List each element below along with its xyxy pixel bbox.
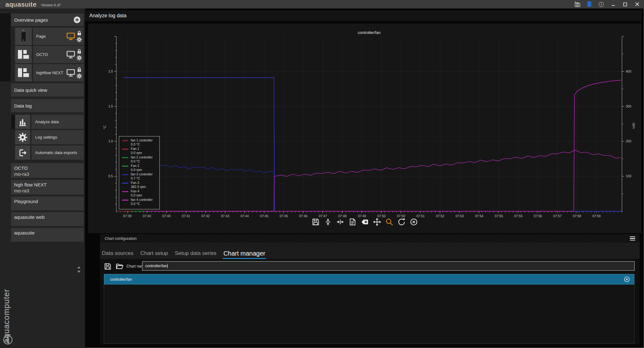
load-chart-config-button[interactable] <box>115 262 124 271</box>
app-logo: aquasuite <box>5 1 37 8</box>
clear-zoom-button[interactable] <box>361 218 369 226</box>
log-chart[interactable]: 0.51.01.52.0°C100200300400rpm07:3907:400… <box>88 24 641 233</box>
svg-text:07:43: 07:43 <box>221 214 229 218</box>
svg-text:07:49: 07:49 <box>358 214 366 218</box>
tab-data-sources[interactable]: Data sources <box>102 250 133 259</box>
monitor-icon[interactable] <box>66 69 75 77</box>
pan-button[interactable] <box>373 218 381 226</box>
device-title: OCTO <box>14 165 84 171</box>
main-header: Analyze log data <box>85 10 641 21</box>
info-button[interactable] <box>597 1 605 8</box>
lock-icon[interactable] <box>76 48 82 54</box>
svg-text:07:44: 07:44 <box>241 214 249 218</box>
sidebar-highflow-page-item[interactable]: highflow NEXT <box>15 64 84 81</box>
screenshot-button[interactable] <box>574 1 581 8</box>
device-subtitle: mo-ra3 <box>14 188 84 194</box>
fit-horizontal-button[interactable] <box>336 218 344 226</box>
chart-name-input[interactable]: controller/fan <box>142 261 635 271</box>
gear-icon[interactable] <box>76 36 82 43</box>
sidebar-page-item[interactable]: Page <box>15 28 84 45</box>
tab-chart-setup[interactable]: Chart setup <box>140 250 168 259</box>
tab-chart-manager[interactable]: Chart manager <box>223 250 265 259</box>
lock-icon[interactable] <box>76 67 82 73</box>
svg-text:2.0: 2.0 <box>108 69 113 73</box>
close-button[interactable] <box>633 1 641 8</box>
save-icon <box>104 262 112 270</box>
svg-text:07:55: 07:55 <box>495 214 503 218</box>
log-settings-label: Log settings <box>35 135 57 140</box>
legend-name: fan 3 controller <box>131 172 153 176</box>
save-chart-config-button[interactable] <box>103 262 112 271</box>
svg-text:07:59: 07:59 <box>592 214 601 218</box>
sidebar-item-octo[interactable]: OCTOmo-ra3 <box>11 163 84 178</box>
svg-text:300: 300 <box>626 104 631 108</box>
chart-row-label: controller/fan <box>110 277 132 282</box>
sidebar-texture <box>0 14 11 81</box>
fit-vertical-button[interactable] <box>324 218 332 226</box>
gear-icon[interactable] <box>76 73 82 79</box>
svg-text:07:51: 07:51 <box>416 214 425 218</box>
sidebar-item-data-quick-view[interactable]: Data quick view <box>11 83 84 97</box>
folder-open-icon <box>115 262 124 270</box>
close-circle-icon <box>410 218 418 226</box>
maximize-button[interactable] <box>621 1 629 8</box>
monitor-icon[interactable] <box>66 51 75 59</box>
lock-icon[interactable] <box>76 30 82 36</box>
clear-icon <box>361 218 369 226</box>
save-chart-button[interactable] <box>312 218 320 226</box>
legend-item: fan 1 controller0.0 °C <box>119 138 159 146</box>
chart-manager-panel: Chart name controller/fan controller/fan <box>100 259 640 345</box>
sidebar-item-aquasuite[interactable]: aquasuite <box>11 228 84 242</box>
save-icon <box>312 218 320 226</box>
svg-text:07:40: 07:40 <box>162 214 170 218</box>
legend-name: Fan 2 <box>131 164 142 168</box>
zoom-mode-button[interactable] <box>385 218 393 226</box>
sidebar-item-analyze-data[interactable]: Analyze data <box>15 115 84 129</box>
report-button[interactable] <box>348 218 357 226</box>
svg-text:07:57: 07:57 <box>553 214 562 218</box>
legend-swatch <box>122 183 128 184</box>
gear-icon[interactable] <box>76 55 82 61</box>
active-item-texture <box>11 115 15 129</box>
minimize-button[interactable] <box>609 1 617 8</box>
legend-item: Fan 3382.0 rpm <box>119 180 159 189</box>
tab-setup-data-series[interactable]: Setup data series <box>175 250 216 259</box>
export-icon <box>18 148 27 157</box>
chart-legend: fan 1 controller0.0 °CFan 10.0 rpmfan 2 … <box>119 136 160 209</box>
sidebar-octo-page-item[interactable]: OCTO <box>15 46 84 63</box>
remove-chart-button[interactable] <box>624 276 630 283</box>
scroll-up-icon[interactable] <box>77 266 80 268</box>
app-version: Version X.47 <box>41 3 61 7</box>
overview-pages-label: Overview pages <box>14 17 48 23</box>
gear-icon <box>18 132 28 142</box>
series-fan-4-controller <box>145 150 621 211</box>
monitor-icon[interactable] <box>66 32 75 41</box>
add-page-button[interactable] <box>73 16 81 24</box>
sidebar-item-automatic-data-exports[interactable]: Automatic data exports <box>15 146 84 160</box>
legend-name: Fan 4 <box>131 189 142 193</box>
zoom-icon <box>385 218 393 226</box>
svg-text:07:55: 07:55 <box>514 214 522 218</box>
chart-row-selected[interactable]: controller/fan <box>104 274 634 284</box>
sidebar-item-high-flow-next[interactable]: high flow NEXTmo-ra3 <box>11 180 84 195</box>
close-chart-button[interactable] <box>410 218 418 226</box>
chart-toolbar <box>88 218 641 226</box>
chart-name-value: controller/fan <box>145 264 167 268</box>
sidebar-item-data-log[interactable]: Data log <box>11 99 84 112</box>
overlay-pages-button[interactable] <box>586 1 593 8</box>
scroll-down-icon[interactable] <box>77 271 80 273</box>
sidebar-item-playground[interactable]: Playground <box>11 196 84 210</box>
menu-button[interactable] <box>630 236 635 241</box>
analyze-data-label: Analyze data <box>35 119 59 124</box>
automatic-data-exports-label: Automatic data exports <box>35 150 77 155</box>
sidebar-item-log-settings[interactable]: Log settings <box>15 130 84 144</box>
sidebar-item-aquasuite-web[interactable]: aquasuite web <box>11 212 84 226</box>
legend-value: 0.7 °C <box>131 176 153 180</box>
device-title: aquasuite web <box>14 214 84 220</box>
highflow-thumbnail <box>15 64 32 81</box>
refresh-button[interactable] <box>397 218 406 226</box>
svg-text:0.5: 0.5 <box>108 174 113 178</box>
sidebar-scroll-arrows[interactable] <box>77 266 80 273</box>
move-icon <box>373 218 381 226</box>
aquacomputer-logo-icon <box>3 335 13 345</box>
